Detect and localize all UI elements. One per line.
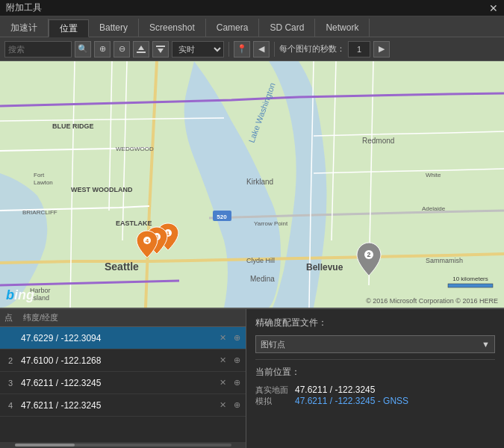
bing-logo: bing: [6, 287, 34, 303]
tab-位置[interactable]: 位置: [49, 19, 89, 37]
svg-text:Kirkland: Kirkland: [246, 178, 273, 186]
pin-import-button[interactable]: [133, 41, 149, 57]
current-pos-label: 当前位置：: [255, 366, 495, 379]
svg-text:WEST WOODLAND: WEST WOODLAND: [71, 186, 133, 193]
seconds-label: 每个图钉的秒数：: [279, 43, 345, 55]
svg-text:Adelaide: Adelaide: [422, 205, 446, 212]
tab-battery[interactable]: Battery: [89, 19, 139, 37]
tab-screenshot[interactable]: Screenshot: [139, 19, 206, 37]
row-coord: 47.6229 / -122.3094: [18, 333, 217, 343]
row-coord: 47.6211 / -122.3245: [18, 378, 217, 388]
svg-text:Clyde Hill: Clyde Hill: [246, 257, 275, 264]
col-dot-header: 点: [4, 312, 23, 323]
map-svg: 520 BLUE RIDGE WEDGWOOD Fort Lawton BRIA…: [0, 61, 504, 308]
row-add-button[interactable]: ⊕: [231, 377, 243, 389]
row-add-button[interactable]: ⊕: [231, 399, 243, 411]
col-coord-header: 纬度/经度: [23, 312, 241, 323]
svg-text:BRIARCLIFF: BRIARCLIFF: [22, 209, 57, 216]
table-row[interactable]: 2 47.6100 / -122.1268 ✕ ⊕: [0, 349, 246, 372]
row-actions: ✕ ⊕: [217, 399, 243, 411]
pin-export-button[interactable]: [152, 41, 169, 57]
svg-text:WEDGWOOD: WEDGWOOD: [116, 146, 154, 152]
svg-text:EASTLAKE: EASTLAKE: [116, 220, 152, 227]
coordinates-panel: 点 纬度/经度 47.6229 / -122.3094 ✕ ⊕ 2 47.610…: [0, 309, 246, 448]
pos-value: 47.6211 / -122.3245: [295, 385, 375, 395]
close-button[interactable]: ✕: [489, 3, 498, 13]
position-row: 模拟 47.6211 / -122.3245 - GNSS: [255, 396, 495, 407]
svg-text:520: 520: [217, 214, 227, 220]
svg-rect-43: [448, 284, 493, 287]
row-delete-button[interactable]: ✕: [217, 399, 228, 411]
bottom-panel: 点 纬度/经度 47.6229 / -122.3094 ✕ ⊕ 2 47.610…: [0, 308, 504, 448]
config-title: 精确度配置文件：: [255, 317, 495, 329]
svg-rect-2: [156, 46, 165, 47]
row-num: 3: [3, 379, 18, 388]
row-coord: 47.6100 / -122.1268: [18, 355, 217, 366]
svg-text:Bellevue: Bellevue: [306, 262, 343, 273]
table-row[interactable]: 47.6229 / -122.3094 ✕ ⊕: [0, 327, 246, 349]
realtime-select[interactable]: 实时: [172, 41, 224, 57]
row-add-button[interactable]: ⊕: [231, 332, 243, 344]
row-actions: ✕ ⊕: [217, 355, 243, 367]
svg-text:Seattle: Seattle: [105, 261, 139, 273]
tab-bar: 加速计位置BatteryScreenshotCameraSD CardNetwo…: [0, 16, 504, 37]
search-button[interactable]: 🔍: [75, 41, 91, 57]
config-dropdown-icon: ▼: [482, 340, 490, 349]
table-row[interactable]: 3 47.6211 / -122.3245 ✕ ⊕: [0, 372, 246, 394]
pin-marker-button[interactable]: 📍: [234, 41, 250, 57]
svg-text:Medina: Medina: [250, 275, 275, 283]
tab-sd-card[interactable]: SD Card: [259, 19, 315, 37]
search-input[interactable]: [4, 41, 72, 57]
row-actions: ✕ ⊕: [217, 377, 243, 389]
row-add-button[interactable]: ⊕: [231, 355, 243, 367]
row-actions: ✕ ⊕: [217, 332, 243, 344]
seconds-up-button[interactable]: ▶: [373, 41, 390, 57]
toolbar: 🔍 ⊕ ⊖ 实时 📍 ◀ 每个图钉的秒数： ▶: [0, 37, 504, 61]
svg-text:Yarrow Point: Yarrow Point: [254, 220, 288, 227]
scroll-thumb: [15, 444, 75, 447]
row-delete-button[interactable]: ✕: [217, 332, 228, 344]
seconds-input[interactable]: [348, 41, 370, 57]
svg-text:2: 2: [367, 251, 370, 258]
scroll-bar[interactable]: [0, 442, 246, 448]
pos-type: 真实地面: [255, 385, 289, 396]
zoom-out-button[interactable]: ⊖: [113, 41, 130, 57]
separator: [228, 42, 229, 57]
svg-text:Fort: Fort: [34, 172, 45, 178]
row-num: 4: [3, 401, 18, 410]
svg-text:Lawton: Lawton: [34, 179, 53, 186]
svg-text:10 kilometers: 10 kilometers: [452, 276, 488, 282]
tab-加速计[interactable]: 加速计: [0, 19, 49, 37]
position-row: 真实地面 47.6211 / -122.3245: [255, 385, 495, 396]
svg-text:4: 4: [146, 237, 149, 244]
tab-camera[interactable]: Camera: [206, 19, 260, 37]
row-delete-button[interactable]: ✕: [217, 355, 228, 367]
map-copyright: © 2016 Microsoft Corporation © 2016 HERE: [366, 297, 498, 305]
svg-text:Redmond: Redmond: [362, 137, 394, 145]
table-row[interactable]: 4 47.6211 / -122.3245 ✕ ⊕: [0, 394, 246, 417]
svg-text:Sammamish: Sammamish: [426, 257, 463, 264]
pin-back-button[interactable]: ◀: [253, 41, 270, 57]
map-container[interactable]: 520 BLUE RIDGE WEDGWOOD Fort Lawton BRIA…: [0, 61, 504, 308]
title-bar-text: 附加工具: [6, 1, 42, 14]
row-delete-button[interactable]: ✕: [217, 377, 228, 389]
right-panel: 精确度配置文件： 图钉点 ▼ 当前位置： 真实地面 47.6211 / -122…: [246, 309, 504, 448]
title-bar: 附加工具 ✕: [0, 0, 504, 16]
zoom-in-button[interactable]: ⊕: [94, 41, 111, 57]
svg-marker-1: [138, 46, 144, 50]
separator2: [274, 42, 275, 57]
table-header: 点 纬度/经度: [0, 309, 246, 327]
config-select-value: 图钉点: [261, 339, 285, 350]
scroll-track: [15, 444, 231, 447]
config-select[interactable]: 图钉点 ▼: [255, 335, 495, 353]
section-divider: [255, 359, 495, 360]
svg-text:White: White: [426, 172, 441, 178]
row-num: 2: [3, 356, 18, 365]
tab-network[interactable]: Network: [315, 19, 370, 37]
svg-text:BLUE RIDGE: BLUE RIDGE: [52, 122, 94, 130]
svg-rect-0: [137, 52, 146, 53]
pos-value: 47.6211 / -122.3245 - GNSS: [295, 396, 408, 406]
row-coord: 47.6211 / -122.3245: [18, 400, 217, 411]
pos-type: 模拟: [255, 396, 289, 407]
svg-marker-3: [158, 49, 164, 53]
